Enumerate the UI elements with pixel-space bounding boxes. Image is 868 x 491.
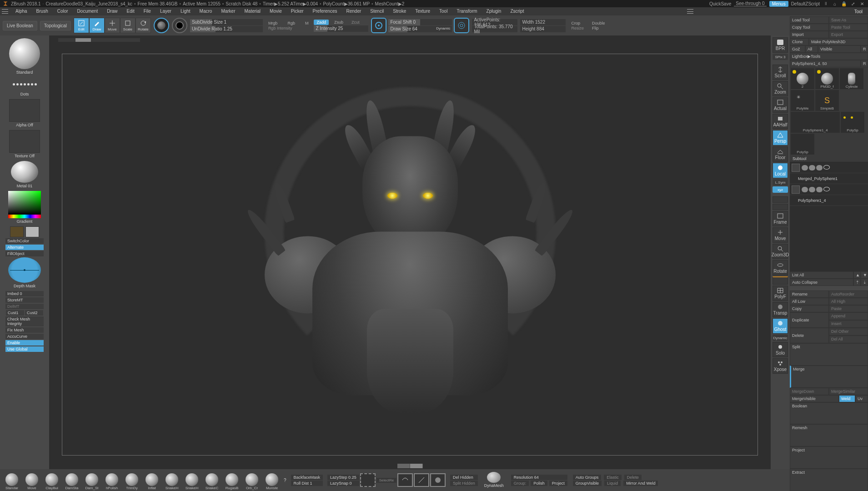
tool-thumb[interactable]: PolySp (791, 134, 814, 155)
goz-button[interactable]: GoZ (790, 45, 805, 53)
sculptris-button[interactable] (172, 18, 187, 33)
draw-size-icon[interactable] (454, 18, 469, 33)
trim-icon[interactable] (397, 473, 413, 487)
extract-section[interactable]: Extract (790, 469, 868, 491)
persp-button[interactable]: Persp (773, 130, 788, 145)
menu-edit[interactable]: Edit (122, 7, 139, 15)
merge-visible-button[interactable]: MergeVisible (790, 395, 839, 402)
quick-brush[interactable]: SnakeC (203, 473, 221, 490)
zoom-button[interactable]: Zoom (773, 81, 788, 96)
import-button[interactable]: Import (790, 31, 829, 38)
list-all-button[interactable]: List All (790, 271, 853, 279)
quick-brush[interactable]: Dam_St (83, 473, 101, 490)
menu-picker[interactable]: Picker (286, 7, 308, 15)
crop-button[interactable]: Crop (568, 21, 587, 25)
rotate3d-button[interactable]: Rotate (773, 260, 788, 276)
menu-movie[interactable]: Movie (265, 7, 286, 15)
tool-thumb[interactable]: Cylinde (840, 68, 863, 89)
goz-r-button[interactable]: R (861, 45, 868, 53)
secondary-color-swatch[interactable] (25, 226, 39, 237)
rename-button[interactable]: Rename (790, 291, 829, 298)
home-icon[interactable]: ⌂ (832, 1, 838, 6)
hamburger-right-icon[interactable] (687, 9, 693, 14)
canvas-height[interactable]: Height 884 (520, 26, 566, 32)
quick-brush[interactable]: hPolish (103, 473, 121, 490)
groupvisible-button[interactable]: GroupVisible (573, 481, 602, 486)
slice-icon[interactable] (414, 473, 429, 487)
del-all-button[interactable]: Del All (829, 336, 868, 343)
zcut-button[interactable]: Zcut (349, 20, 362, 25)
ghost-button[interactable]: Ghost (773, 318, 788, 334)
solo-button[interactable]: Solo (773, 342, 788, 357)
quick-brush[interactable]: Move (23, 473, 41, 490)
draw-mode-button[interactable]: Draw (89, 18, 105, 33)
gizmo3d-button[interactable] (154, 18, 169, 33)
menu-brush[interactable]: Brush (32, 7, 53, 15)
quick-brush[interactable]: Orb_Cr (243, 473, 261, 490)
m-button[interactable]: M (302, 21, 311, 25)
move-mode-button[interactable]: Move (105, 18, 120, 33)
bpr-button[interactable]: BPR (773, 37, 788, 53)
lazystep-slider[interactable]: LazyStep 0.25 (327, 475, 359, 480)
rgb-button[interactable]: Rgb (285, 21, 298, 25)
menu-render[interactable]: Render (342, 7, 366, 15)
quick-brush[interactable]: RugasB (223, 473, 241, 490)
local-button[interactable]: Local (773, 163, 788, 178)
tool-thumb[interactable]: PM3D_f (815, 68, 839, 89)
delete-button[interactable]: Delete (790, 328, 829, 343)
all-low-button[interactable]: All Low (790, 298, 829, 305)
poly-50-r[interactable]: R (861, 60, 868, 67)
auto-collapse-button[interactable]: Auto Collapse (790, 279, 853, 286)
clip-icon[interactable] (430, 473, 446, 487)
menu-preferences[interactable]: Preferences (308, 7, 342, 15)
color-picker[interactable] (8, 191, 41, 218)
goz-all-button[interactable]: All (805, 45, 818, 53)
topological-button[interactable]: Topological (40, 21, 71, 30)
brush-preview[interactable] (9, 38, 40, 69)
weld-button[interactable]: Weld (839, 395, 855, 402)
elastic-button[interactable]: Elastic (604, 475, 622, 480)
cust2-button[interactable]: Cust2 (25, 310, 43, 316)
menu-stencil[interactable]: Stencil (366, 7, 388, 15)
arrow-up-icon[interactable]: ▲ (853, 271, 861, 279)
lock-icon[interactable]: 🔒 (841, 1, 847, 6)
quick-brush[interactable]: Standar (3, 473, 21, 490)
all-high-button[interactable]: All High (829, 298, 868, 305)
lazysnap-slider[interactable]: LazySnap 0 (327, 481, 359, 486)
del-other-button[interactable]: Del Other (829, 328, 868, 336)
split-hidden-button[interactable]: Split Hidden (450, 481, 478, 486)
menu-texture[interactable]: Texture (411, 7, 435, 15)
doc-scroll-thumb[interactable] (75, 38, 91, 42)
polyf-button[interactable]: PolyF (773, 286, 788, 301)
double-button[interactable]: Double (589, 21, 608, 25)
resolution-slider[interactable]: Resolution 64 (511, 475, 567, 480)
autogroups-button[interactable]: Auto Groups (573, 475, 602, 480)
goz-visible-button[interactable]: Visible (818, 45, 861, 53)
backface-mask-button[interactable]: BackfaceMask (291, 475, 323, 480)
menu-alpha[interactable]: Alpha (11, 7, 32, 15)
subtool-row[interactable]: Merged_PolySphere1 (790, 173, 868, 184)
subtool-row[interactable] (790, 162, 868, 173)
see-through-slider[interactable]: See-through 0 (734, 1, 766, 6)
use-global-button[interactable]: Use Global (5, 346, 44, 352)
paste-subtool-button[interactable]: Paste (829, 305, 868, 312)
menu-zplugin[interactable]: Zplugin (482, 7, 506, 15)
save-as-button[interactable]: Save As (829, 16, 868, 24)
resize-button[interactable]: Resize (568, 26, 587, 30)
project-section[interactable]: Project (790, 446, 868, 469)
clone-button[interactable]: Clone (790, 38, 809, 45)
quick-brush[interactable]: TrimDy (123, 473, 141, 490)
split-section[interactable]: Split (790, 343, 868, 366)
dyn-project-button[interactable]: Project (549, 481, 567, 486)
quick-brush[interactable]: SnakeH (183, 473, 201, 490)
subdivide-size-slider[interactable]: SubDivide Size 1 (190, 19, 263, 25)
menu-layer[interactable]: Layer (156, 7, 176, 15)
menu-light[interactable]: Light (176, 7, 195, 15)
expand-icon[interactable]: ⤢ (850, 1, 856, 6)
texture-slot[interactable] (9, 130, 40, 153)
layout-bars-icon[interactable]: ⫴ (823, 1, 829, 6)
quick-brush[interactable]: DamSta (63, 473, 81, 490)
subtool-row[interactable] (790, 184, 868, 195)
merge-section[interactable]: Merge (790, 366, 868, 388)
storemt-button[interactable]: StoreMT (5, 297, 44, 303)
